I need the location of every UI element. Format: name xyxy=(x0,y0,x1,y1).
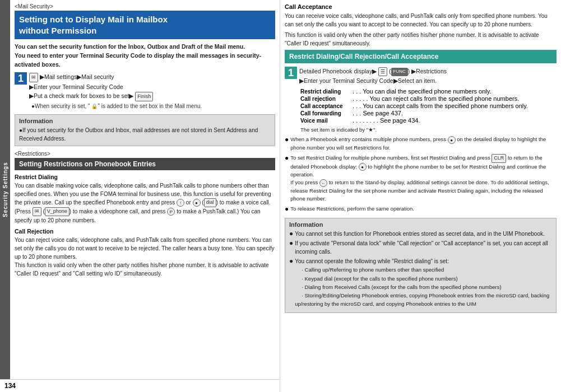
bullet-note-3-text: To release Restrictions, perform the sam… xyxy=(290,205,414,213)
right-step1-line1: Detailed Phonebook display▶ ☰ ( FUNC ) ▶… xyxy=(299,68,447,74)
call-rejection-body: You can reject voice calls, videophone c… xyxy=(15,236,275,278)
term-restrict-dialing-label: Restrict dialing xyxy=(300,88,351,95)
sub-bullet-3: · Dialing from Received Calls (except fo… xyxy=(302,284,501,290)
sidebar-wrapper: Security Settings <Mail Security> Settin… xyxy=(0,0,280,379)
call-acceptance-body2: This function is valid only when the oth… xyxy=(285,31,557,48)
bullet-note-2: ● To set Restrict Dialing for multiple p… xyxy=(285,154,557,204)
step1-number: 1 xyxy=(15,72,27,85)
term-call-forwarding-desc: . . . See page 437. xyxy=(353,110,403,116)
terms-list: Restrict dialing . . . You can dial the … xyxy=(300,88,557,124)
step1-content: ✉ ▶Mail settings▶Mail security ▶Enter yo… xyxy=(29,72,202,110)
bullet-dot-3: ● xyxy=(285,205,289,214)
right-step1-content: Detailed Phonebook display▶ ☰ ( FUNC ) ▶… xyxy=(299,67,447,86)
finish-icon: Finish xyxy=(135,92,153,101)
mail-security-title-line1: Setting not to Display Mail in Mailbox xyxy=(19,15,168,24)
term-voice-mail: Voice mail . . . . . . . . See page 434. xyxy=(300,117,557,124)
left-info-box: Information ●If you set security for the… xyxy=(15,114,275,146)
term-voice-mail-label: Voice mail xyxy=(300,118,351,124)
restrict-dialing-title: Restrict Dialing xyxy=(15,174,275,180)
right-step1-number: 1 xyxy=(285,67,297,79)
term-call-rejection-desc: . . . . . You can reject calls from the … xyxy=(353,95,519,102)
term-call-rejection: Call rejection . . . . . You can reject … xyxy=(300,95,557,102)
right-panel: Call Acceptance You can receive voice ca… xyxy=(280,0,561,392)
intro-bold-2: You need to enter your Terminal Security… xyxy=(15,52,261,68)
term-call-acceptance: Call acceptance . . . You can accept cal… xyxy=(300,102,557,109)
mail-security-tag: <Mail Security> xyxy=(15,3,275,10)
term-voice-mail-desc: . . . . . . . . See page 434. xyxy=(353,117,420,124)
intro-bold-1: You can set the security function for th… xyxy=(15,43,245,50)
bullet-dot-1: ● xyxy=(285,136,289,144)
star-note: The set item is indicated by "★". xyxy=(300,126,557,134)
right-content: Call Acceptance You can receive voice ca… xyxy=(280,0,561,392)
sub-bullet-1: · Calling up/Referring to phone numbers … xyxy=(302,267,444,273)
term-call-forwarding: Call forwarding . . . See page 437. xyxy=(300,110,557,116)
term-call-forwarding-label: Call forwarding xyxy=(300,110,351,116)
mail-security-title-line2: without Permission xyxy=(19,26,96,35)
step1-icon-mail: ✉ xyxy=(29,73,38,80)
sub-bullet-2: · Keypad dial (except for the calls to t… xyxy=(302,276,457,282)
call-acceptance-body1: You can receive voice calls, videophone … xyxy=(285,12,557,29)
left-info-header: Information xyxy=(19,118,271,124)
left-content: <Mail Security> Setting not to Display M… xyxy=(10,0,280,379)
bullet-note-1-text: When a Phonebook entry contains multiple… xyxy=(290,136,557,152)
mail-security-title: Setting not to Display Mail in Mailbox w… xyxy=(15,11,275,39)
left-info-item-1: ●If you set security for the Outbox and … xyxy=(19,127,258,142)
step1-line2: ▶Enter your Terminal Security Code xyxy=(29,83,123,90)
restrictions-tag: <Restrictions> xyxy=(15,151,275,157)
right-info-box: Information ● You cannot set this functi… xyxy=(285,218,557,313)
page-container: Security Settings <Mail Security> Settin… xyxy=(0,0,561,392)
bullet-notes: ● When a Phonebook entry contains multip… xyxy=(285,136,557,214)
right-info-item-1: ● You cannot set this function for Phone… xyxy=(289,230,552,239)
bullet-dot-2: ● xyxy=(285,154,289,163)
right-info-header: Information xyxy=(289,221,552,228)
term-call-acceptance-label: Call acceptance xyxy=(300,103,351,109)
sub-bullet-4: · Storing/Editing/Deleting Phonebook ent… xyxy=(295,292,549,307)
right-info-item-2: ● If you activate "Personal data lock" w… xyxy=(289,239,552,256)
bullet-note-2-text: To set Restrict Dialing for multiple pho… xyxy=(290,154,557,203)
term-call-rejection-label: Call rejection xyxy=(300,96,351,102)
term-call-acceptance-desc: . . . You can accept calls from the spec… xyxy=(353,102,528,109)
bullet-note-3: ● To release Restrictions, perform the s… xyxy=(285,205,557,214)
call-acceptance-title: Call Acceptance xyxy=(285,3,557,10)
sidebar-label: Security Settings xyxy=(2,162,8,217)
term-restrict-dialing-desc: . . . You can dial the specified phone n… xyxy=(353,88,491,95)
sidebar-tab: Security Settings xyxy=(0,0,10,379)
right-step1-container: 1 Detailed Phonebook display▶ ☰ ( FUNC )… xyxy=(285,67,557,86)
call-rejection-title: Call Rejection xyxy=(15,228,275,235)
step1-line3: ▶Put a check mark for boxes to be set▶ xyxy=(29,92,133,99)
page-number: 134 xyxy=(0,379,280,392)
term-restrict-dialing: Restrict dialing . . . You can dial the … xyxy=(300,88,557,95)
restrictions-title: Setting Restrictions on Phonebook Entrie… xyxy=(15,158,275,170)
step1-note: ●When security is set, " 🔒" is added to … xyxy=(31,103,202,109)
bullet-note-1: ● When a Phonebook entry contains multip… xyxy=(285,136,557,153)
step1-container: 1 ✉ ▶Mail settings▶Mail security ▶Enter … xyxy=(15,72,275,110)
right-info-item-3: ● You cannot operate the following while… xyxy=(289,257,552,308)
right-step1-line2: ▶Enter your Terminal Security Code▶Selec… xyxy=(299,77,437,84)
restrict-dialing-body: You can disable making voice calls, vide… xyxy=(15,181,275,225)
left-panel: Security Settings <Mail Security> Settin… xyxy=(0,0,280,392)
restrict-section-header: Restrict Dialing/Call Rejection/Call Acc… xyxy=(285,50,557,63)
left-info-content: ●If you set security for the Outbox and … xyxy=(19,126,271,143)
right-info-content: ● You cannot set this function for Phone… xyxy=(289,230,552,309)
mail-security-intro: You can set the security function for th… xyxy=(15,43,275,69)
step1-line1: ▶Mail settings▶Mail security xyxy=(40,73,114,80)
